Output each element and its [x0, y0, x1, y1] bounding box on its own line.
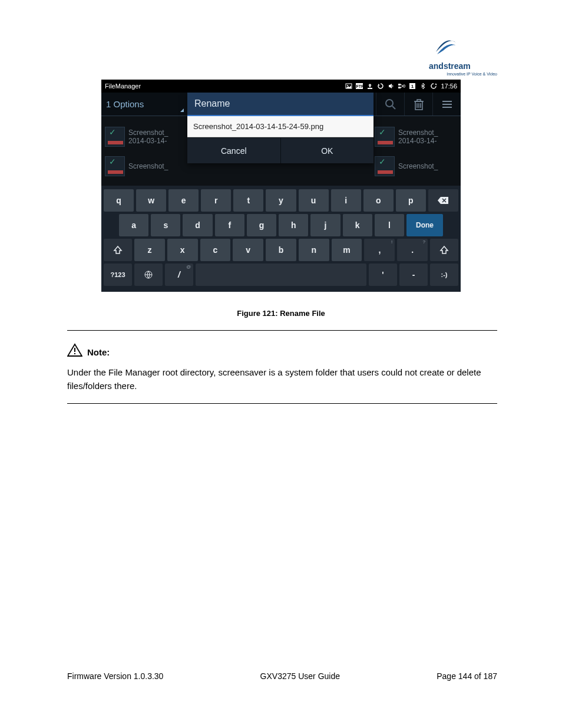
warning-icon — [67, 343, 82, 361]
file-tile[interactable]: Screenshot_ — [101, 157, 191, 175]
footer-page: Page 144 of 187 — [437, 671, 497, 681]
ftp-icon: FTP — [356, 83, 363, 90]
refresh-icon — [430, 83, 437, 90]
cancel-button[interactable]: Cancel — [187, 138, 280, 163]
picture-icon — [345, 83, 352, 90]
rename-input[interactable] — [187, 116, 373, 137]
key-b[interactable]: b — [266, 239, 296, 261]
file-name-line1: Screenshot_ — [128, 129, 168, 137]
svg-rect-4 — [368, 88, 372, 89]
key-symbols[interactable]: ?123 — [104, 263, 132, 286]
key-apostrophe[interactable]: ' — [369, 263, 397, 286]
divider — [67, 330, 497, 331]
key-o[interactable]: o — [363, 189, 394, 212]
ok-button[interactable]: OK — [280, 138, 374, 163]
note-label: Note: — [87, 347, 110, 357]
key-l[interactable]: l — [375, 214, 404, 236]
search-icon — [384, 98, 397, 111]
account-icon: 1 — [409, 83, 416, 90]
key-slash[interactable]: @/ — [165, 263, 193, 286]
key-d[interactable]: d — [183, 214, 212, 236]
key-emoticon[interactable]: :-) — [430, 263, 458, 286]
key-t[interactable]: t — [233, 189, 263, 212]
key-f[interactable]: f — [215, 214, 244, 236]
file-name-line1: Screenshot_ — [398, 162, 438, 170]
key-y[interactable]: y — [266, 189, 296, 212]
device-screenshot: FileManager FTP 1 17:56 1 Options — [101, 80, 461, 292]
footer-firmware: Firmware Version 1.0.3.30 — [67, 671, 163, 681]
svg-point-7 — [403, 85, 405, 87]
delete-button[interactable] — [404, 93, 432, 116]
svg-text:FTP: FTP — [356, 84, 363, 88]
file-name-line2: 2014-03-14- — [398, 137, 438, 145]
key-x[interactable]: x — [167, 239, 198, 261]
shift-icon — [113, 245, 123, 255]
brand-tagline: Innovative IP Voice & Video — [432, 72, 497, 76]
key-a[interactable]: a — [119, 214, 148, 236]
file-thumbnail — [375, 127, 395, 147]
file-name-line1: Screenshot_ — [398, 129, 438, 137]
key-g[interactable]: g — [247, 214, 276, 236]
divider — [67, 403, 497, 404]
menu-button[interactable] — [432, 93, 461, 116]
options-spinner[interactable]: 1 Options — [101, 93, 187, 116]
svg-rect-13 — [74, 348, 75, 352]
key-v[interactable]: v — [233, 239, 263, 261]
file-name-line2: 2014-03-14- — [128, 137, 168, 145]
key-z[interactable]: z — [134, 239, 165, 261]
svg-rect-5 — [398, 84, 401, 85]
key-space[interactable] — [196, 263, 366, 286]
rename-dialog: Rename Cancel OK — [187, 93, 373, 163]
menu-icon — [441, 98, 453, 110]
key-done[interactable]: Done — [406, 214, 443, 236]
file-thumbnail — [105, 156, 125, 176]
key-language[interactable] — [134, 263, 163, 286]
key-q[interactable]: q — [104, 189, 134, 212]
key-m[interactable]: m — [332, 239, 362, 261]
svg-point-1 — [347, 85, 348, 86]
page-footer: Firmware Version 1.0.3.30 GXV3275 User G… — [67, 671, 497, 681]
trash-icon — [413, 98, 425, 111]
key-shift-right[interactable] — [430, 239, 458, 261]
volume-icon — [388, 83, 395, 90]
key-n[interactable]: n — [299, 239, 329, 261]
key-dash[interactable]: - — [399, 263, 428, 286]
status-bar: FileManager FTP 1 17:56 — [101, 80, 461, 93]
key-h[interactable]: h — [279, 214, 308, 236]
app-title: FileManager — [105, 83, 345, 90]
key-period[interactable]: ?. — [397, 239, 428, 261]
brand-name: andstream — [429, 61, 471, 71]
file-tile[interactable]: Screenshot_ — [371, 157, 461, 175]
key-shift-left[interactable] — [104, 239, 132, 261]
shift-icon — [439, 245, 449, 255]
key-comma[interactable]: !, — [364, 239, 395, 261]
sync-icon — [377, 83, 384, 90]
upload-icon — [366, 83, 373, 90]
bluetooth-icon — [419, 83, 427, 90]
svg-point-10 — [386, 100, 393, 107]
key-k[interactable]: k — [343, 214, 372, 236]
key-j[interactable]: j — [310, 214, 340, 236]
key-p[interactable]: p — [396, 189, 426, 212]
key-backspace[interactable] — [428, 189, 458, 212]
soft-keyboard: q w e r t y u i o p a s d f g h — [101, 186, 461, 292]
key-e[interactable]: e — [168, 189, 199, 212]
dialog-title: Rename — [187, 93, 373, 116]
network-icon — [398, 83, 405, 90]
file-tile[interactable]: Screenshot_ 2014-03-14- — [371, 116, 461, 157]
footer-title: GXV3275 User Guide — [260, 671, 340, 681]
file-tile[interactable]: Screenshot_ 2014-03-14- — [101, 116, 191, 157]
key-s[interactable]: s — [151, 214, 180, 236]
key-w[interactable]: w — [136, 189, 166, 212]
svg-rect-14 — [74, 353, 75, 354]
file-name-line1: Screenshot_ — [128, 162, 168, 170]
key-i[interactable]: i — [331, 189, 361, 212]
key-r[interactable]: r — [201, 189, 231, 212]
key-u[interactable]: u — [299, 189, 329, 212]
svg-rect-6 — [398, 87, 401, 88]
search-button[interactable] — [376, 93, 404, 116]
key-c[interactable]: c — [200, 239, 231, 261]
svg-text:1: 1 — [411, 84, 414, 89]
file-thumbnail — [375, 156, 395, 176]
backspace-icon — [437, 196, 449, 205]
